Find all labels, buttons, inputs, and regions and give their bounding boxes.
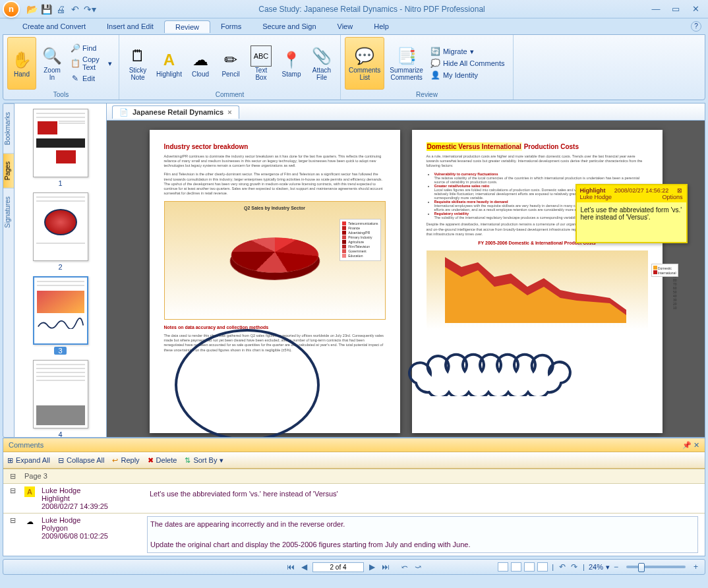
migrate-icon: 🔄 [431,47,440,56]
migrate-button[interactable]: 🔄Migrate ▾ [428,46,508,57]
app-logo: n [4,2,18,16]
zoom-button[interactable]: 🔍Zoom In [38,37,67,90]
tab-help[interactable]: Help [363,20,399,32]
minimize-button[interactable]: — [647,3,664,15]
close-tab-icon[interactable]: × [227,108,231,116]
edit-button[interactable]: ✎Edit [68,73,115,84]
collapse-toggle-icon[interactable]: ⊟ [10,516,18,525]
cloud-button[interactable]: ☁Cloud [186,37,215,90]
highlight-icon: A [159,49,180,71]
sticky-close-icon[interactable]: ⊠ [677,187,682,194]
close-button[interactable]: ✕ [687,3,704,15]
collapse-all-button[interactable]: ⊟Collapse All [58,456,104,465]
pencil-button[interactable]: ✏Pencil [216,37,245,90]
prev-page-button[interactable]: ◀ [300,562,309,572]
page-indicator[interactable]: 2 of 4 [312,562,364,572]
nav-back-button[interactable]: ⤺ [400,562,409,572]
rotate-ccw-button[interactable]: ↶ [558,562,567,572]
cloud-annotation[interactable] [403,337,574,396]
hide-all-comments-button[interactable]: 💭Hide All Comments [428,58,508,69]
highlight-button[interactable]: AHighlight [154,37,185,90]
comments-toolbar: ⊞Expand All ⊟Collapse All ↩Reply ✖Delete… [3,452,705,469]
view-cont-icon[interactable] [511,562,521,572]
pie-chart: Q2 Sales by Industry Sector Telecommunic… [164,201,386,320]
open-icon[interactable]: 📂 [25,3,38,16]
thumb-page-4[interactable]: 4 [33,360,88,438]
sticky-note-popup[interactable]: Highlight2008/02/27 14:56:22⊠ Luke Hodge… [575,184,688,243]
sticky-note-button[interactable]: 🗒Sticky Note [123,37,152,90]
tab-secure-sign[interactable]: Secure and Sign [252,20,326,32]
highlight-annotation[interactable]: Domestic Versus International [427,142,522,151]
side-tab-signatures[interactable]: Signatures [3,188,14,236]
thumb-page-1[interactable]: 1 [33,109,88,187]
collapse-icon: ⊟ [58,456,64,465]
doc-tab-active[interactable]: 📄Japanese Retail Dynamics× [112,105,239,119]
view-two-icon[interactable] [524,562,535,572]
tab-insert-edit[interactable]: Insert and Edit [96,20,164,32]
textbox-icon: ABC [251,45,272,67]
comments-list-button[interactable]: 💬Comments List [345,37,384,90]
quick-access-toolbar: 📂 💾 🖨 ↶ ↷▾ [25,3,96,16]
sticky-options-button[interactable]: Options [662,194,682,200]
zoom-in-button[interactable]: + [692,562,699,572]
expand-all-button[interactable]: ⊞Expand All [7,456,50,465]
ribbon-content: ✋Hand 🔍Zoom In 🔎Find 📋Copy Text ▾ ✎Edit … [3,34,705,100]
group-review-label: Review [345,90,509,100]
panel-close-icon[interactable]: ✕ [693,441,699,449]
find-button[interactable]: 🔎Find [68,43,115,53]
rotate-cw-button[interactable]: ↷ [570,562,579,572]
comment-item[interactable]: ⊟ ☁ Luke HodgePolygon2009/06/08 01:02:25… [3,513,705,556]
group-tools-label: Tools [7,90,115,100]
comments-list-icon: 💬 [354,45,375,67]
view-single-icon[interactable] [498,562,508,572]
save-icon[interactable]: 💾 [40,3,53,16]
stamp-button[interactable]: 📍Stamp [277,37,306,90]
text-box-button[interactable]: ABCText Box [247,37,276,90]
reply-button[interactable]: ↩Reply [112,456,139,465]
hide-icon: 💭 [431,59,440,68]
document-viewport[interactable]: Industry sector breakdown Advertising/PR… [107,121,705,437]
zoom-slider[interactable] [626,566,686,568]
delete-button[interactable]: ✖Delete [148,456,177,465]
polygon-type-icon: ☁ [24,516,35,527]
tab-create-convert[interactable]: Create and Convert [12,20,96,32]
view-two-cont-icon[interactable] [537,562,548,572]
side-tab-pages[interactable]: Pages [3,153,14,188]
copy-text-button[interactable]: 📋Copy Text ▾ [68,55,115,72]
attach-file-button[interactable]: 📎Attach File [307,37,336,90]
hand-icon: ✋ [11,49,32,71]
pencil-icon: ✏ [220,49,241,71]
comments-page-group[interactable]: ⊟Page 3 [3,469,705,483]
first-page-button[interactable]: ⏮ [285,562,296,572]
redo-icon[interactable]: ↷▾ [83,3,96,16]
undo-icon[interactable]: ↶ [69,3,82,16]
thumb-page-2[interactable]: 2 [33,192,88,271]
tab-review[interactable]: Review [164,20,210,33]
print-icon[interactable]: 🖨 [54,3,67,16]
next-page-button[interactable]: ▶ [368,562,376,572]
tab-forms[interactable]: Forms [210,20,252,32]
maximize-button[interactable]: ▭ [667,3,684,15]
help-icon[interactable]: ? [691,21,701,32]
thumb-page-3[interactable]: 3 [33,276,88,355]
thumbnail-strip[interactable]: 1 2 3 4 [15,103,107,438]
sort-by-button[interactable]: ⇅Sort By ▾ [185,456,223,465]
zoom-icon: 🔍 [42,45,63,67]
hand-tool-button[interactable]: ✋Hand [7,37,36,90]
my-identity-button[interactable]: 👤My Identity [428,70,508,80]
comment-edit-textarea[interactable]: The dates are appearing incorrectly and … [147,516,698,553]
collapse-toggle-icon[interactable]: ⊟ [10,472,18,481]
side-tab-bookmarks[interactable]: Bookmarks [3,103,14,153]
comment-item[interactable]: ⊟ A Luke HodgeHighlight2008/02/27 14:39:… [3,483,705,513]
collapse-toggle-icon[interactable]: ⊟ [10,486,18,495]
summarize-comments-button[interactable]: 📑Summarize Comments [386,37,427,90]
nav-fwd-button[interactable]: ⤻ [413,562,423,572]
panel-pin-icon[interactable]: 📌 [682,441,692,449]
zoom-value[interactable]: 24% [589,563,603,571]
copy-icon: 📋 [71,59,80,68]
zoom-out-button[interactable]: − [612,562,620,572]
tab-view[interactable]: View [327,20,364,32]
last-page-button[interactable]: ⏭ [380,562,391,572]
comments-list[interactable]: ⊟Page 3 ⊟ A Luke HodgeHighlight2008/02/2… [3,469,705,556]
document-tabs: 📄Japanese Retail Dynamics× [107,103,705,121]
